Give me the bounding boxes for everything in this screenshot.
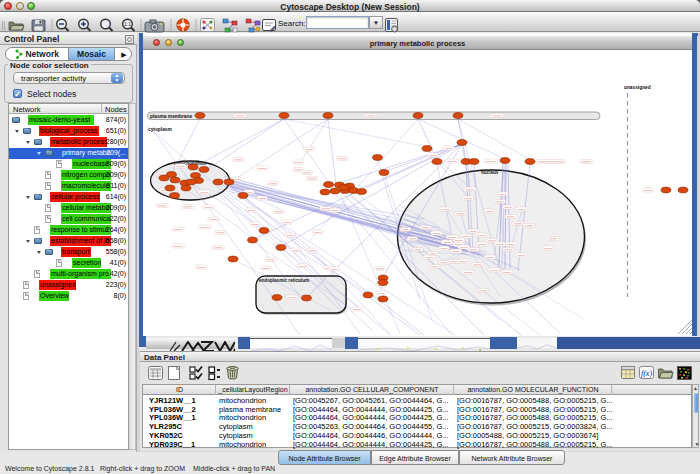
svg-text:endoplasmic reticulum: endoplasmic reticulum bbox=[259, 278, 309, 283]
svg-text:plasma membrane: plasma membrane bbox=[150, 114, 192, 119]
svg-text:unassigned: unassigned bbox=[624, 85, 651, 90]
svg-text:nucleus: nucleus bbox=[481, 170, 499, 175]
svg-text:1:1: 1:1 bbox=[124, 21, 131, 27]
svg-text:cytoplasm: cytoplasm bbox=[148, 127, 172, 132]
svg-text:f(x): f(x) bbox=[641, 369, 652, 378]
